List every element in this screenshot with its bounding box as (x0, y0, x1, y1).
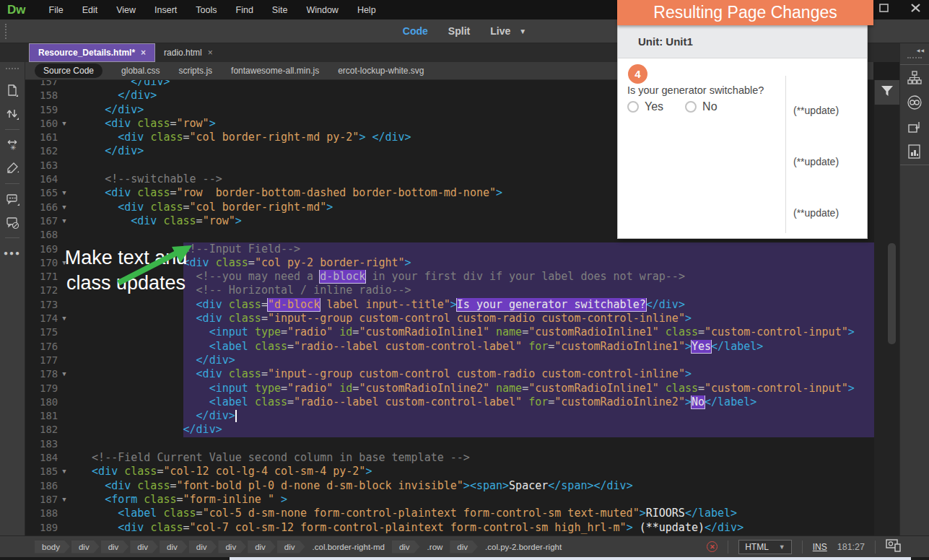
code-line-184[interactable]: 184 <!--Field Current Value second colum… (25, 451, 874, 465)
code-fold-icon[interactable]: ▼ (62, 465, 66, 478)
code-line-175[interactable]: 175 <input type="radio" id="customRadioI… (25, 325, 874, 339)
code-line-183[interactable]: 183 (25, 437, 874, 451)
view-mode-code[interactable]: Code (403, 25, 428, 37)
menu-item-help[interactable]: Help (357, 5, 376, 15)
menu-item-edit[interactable]: Edit (82, 5, 98, 15)
snippets-panel-icon[interactable] (906, 143, 923, 160)
tab-close-icon[interactable]: × (208, 48, 213, 58)
menu-item-window[interactable]: Window (306, 5, 338, 15)
lint-error-icon[interactable]: ✕ (707, 541, 718, 552)
tag-selector-body[interactable]: body (35, 541, 70, 554)
live-dropdown-caret-icon[interactable]: ▼ (519, 27, 526, 35)
file-management-icon[interactable] (3, 105, 22, 123)
collapse-section-icon[interactable]: ✳ (3, 136, 22, 154)
code-line-187[interactable]: 187▼ <form class="form-inline " > (25, 493, 874, 507)
code-line-189[interactable]: 189 <div class="col-7 col-sm-12 form-con… (25, 521, 874, 535)
code-line-179[interactable]: 179 <input type="radio" id="customRadioI… (25, 382, 874, 395)
code-line-content[interactable]: </div> (72, 423, 874, 437)
related-file-fontawesome-all.min.js[interactable]: fontawesome-all.min.js (231, 66, 319, 76)
code-line-content[interactable]: </div> (72, 409, 874, 423)
code-line-188[interactable]: 188 <label class="col-5 d-sm-none form-c… (25, 507, 874, 520)
code-line-content[interactable]: <div class="d-block label input--title">… (72, 298, 874, 312)
code-line-content[interactable]: <div class="col-12 col-lg-4 col-sm-4 py-… (72, 465, 874, 478)
open-documents-icon[interactable] (3, 82, 22, 100)
code-line-176[interactable]: 176 <label class="radio--label custom-co… (25, 340, 874, 354)
code-line-178[interactable]: 178▼ <div class="input--group custom-con… (25, 367, 874, 381)
code-line-180[interactable]: 180 <label class="radio--label custom-co… (25, 395, 874, 409)
radio-circle-icon[interactable] (685, 101, 697, 113)
code-fold-icon[interactable]: ▼ (62, 214, 66, 228)
toolbar-grip[interactable] (6, 68, 19, 69)
menu-item-insert[interactable]: Insert (154, 5, 177, 15)
code-fold-icon[interactable]: ▼ (62, 367, 66, 381)
realtime-preview-icon[interactable] (886, 539, 902, 555)
code-line-content[interactable]: <div class="font-bold pl-0 d-none d-sm-b… (72, 479, 874, 493)
code-line-186[interactable]: 186 <div class="font-bold pl-0 d-none d-… (25, 479, 874, 493)
code-line-content[interactable]: </div> (72, 354, 874, 367)
view-mode-split[interactable]: Split (448, 25, 470, 37)
insert-mode-toggle[interactable]: INS (813, 542, 827, 552)
radio-label[interactable]: Yes (645, 100, 663, 113)
code-line-content[interactable]: <div class="input--group custom-control … (72, 367, 874, 381)
code-line-content[interactable]: <form class="form-inline " > (72, 493, 874, 507)
tag-selector--row[interactable]: .row (422, 541, 449, 554)
code-fold-icon[interactable]: ▼ (62, 201, 66, 214)
document-tab[interactable]: Resource_Details.html*× (29, 43, 155, 62)
tag-selector-div[interactable]: div (218, 541, 246, 554)
tag-selector-div[interactable]: div (101, 541, 129, 554)
code-line-content[interactable]: <label class="col-5 d-sm-none form-contr… (72, 507, 874, 520)
insert-panel-icon[interactable] (906, 118, 923, 136)
tag-selector-div[interactable]: div (160, 541, 188, 554)
document-tab[interactable]: radio.html× (155, 43, 222, 62)
code-line-182[interactable]: 182 </div> (25, 423, 874, 437)
related-file-global.css[interactable]: global.css (121, 66, 160, 76)
apply-comment-icon[interactable] (3, 190, 22, 209)
radio-option-yes[interactable]: Yes (627, 100, 663, 113)
dom-panel-icon[interactable] (906, 69, 923, 87)
code-fold-icon[interactable]: ▼ (62, 312, 66, 325)
radio-option-no[interactable]: No (685, 100, 717, 113)
menu-item-find[interactable]: Find (236, 5, 253, 15)
code-line-content[interactable]: <input type="radio" id="customRadioInlin… (72, 382, 874, 395)
code-line-content[interactable] (72, 437, 874, 451)
radio-label[interactable]: No (702, 100, 717, 113)
format-source-code-icon[interactable] (3, 159, 22, 178)
tag-selector--col-border-right-md[interactable]: .col.border-right-md (307, 541, 391, 554)
menu-item-site[interactable]: Site (272, 5, 288, 15)
menu-item-file[interactable]: File (49, 5, 64, 15)
code-line-content[interactable]: <label class="radio--label custom-contro… (72, 395, 874, 409)
code-fold-icon[interactable]: ▼ (62, 117, 66, 131)
code-line-content[interactable]: <div class="col-7 col-sm-12 form-control… (72, 521, 874, 535)
menu-item-tools[interactable]: Tools (196, 5, 217, 15)
related-file-source-code[interactable]: Source Code (35, 64, 103, 78)
menu-item-view[interactable]: View (116, 5, 136, 15)
code-line-173[interactable]: 173 <div class="d-block label input--tit… (25, 298, 874, 312)
tag-selector-div[interactable]: div (277, 541, 305, 554)
tag-selector-div[interactable]: div (71, 541, 100, 554)
tag-selector--col-py-2-border-right[interactable]: .col.py-2.border-right (479, 541, 567, 554)
doc-type-select[interactable]: HTML ▼ (738, 540, 792, 554)
code-line-content[interactable]: <!--Field Current Value second column in… (72, 451, 874, 465)
tag-selector-div[interactable]: div (248, 541, 276, 554)
close-icon[interactable] (907, 2, 923, 14)
filter-funnel-icon[interactable] (880, 84, 894, 100)
dock-grip[interactable] (907, 57, 922, 58)
tag-selector-div[interactable]: div (189, 541, 217, 554)
remove-comment-icon[interactable] (3, 213, 22, 232)
code-line-174[interactable]: 174▼ <div class="input--group custom-con… (25, 312, 874, 325)
code-fold-icon[interactable]: ▼ (62, 493, 66, 507)
code-fold-icon[interactable]: ▼ (62, 186, 66, 200)
related-file-ercot-lockup-white.svg[interactable]: ercot-lockup-white.svg (338, 66, 424, 76)
radio-circle-icon[interactable] (627, 101, 639, 113)
code-line-181[interactable]: 181 </div> (25, 409, 874, 423)
tag-selector-div[interactable]: div (450, 541, 478, 554)
tab-close-icon[interactable]: × (141, 48, 146, 58)
code-line-185[interactable]: 185▼ <div class="col-12 col-lg-4 col-sm-… (25, 465, 874, 478)
collapse-panels-icon[interactable]: ◀◀ (917, 48, 925, 53)
related-file-scripts.js[interactable]: scripts.js (178, 66, 212, 76)
toolbar-options-icon[interactable]: ●●● (4, 249, 21, 257)
code-line-content[interactable]: <label class="radio--label custom-contro… (72, 340, 874, 354)
tag-selector-div[interactable]: div (392, 541, 420, 554)
tag-selector-div[interactable]: div (130, 541, 158, 554)
vertical-scrollbar-thumb[interactable] (888, 243, 896, 344)
